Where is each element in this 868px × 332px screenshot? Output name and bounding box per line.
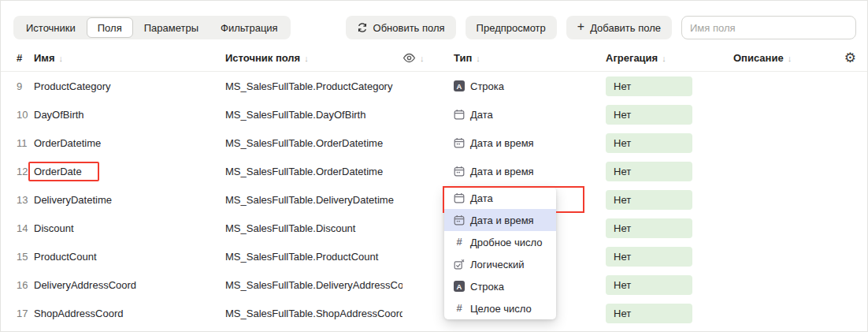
aggregation-badge: Нет xyxy=(606,105,692,125)
field-name-cell[interactable]: DeliveryAddressCoord xyxy=(34,279,225,291)
sort-arrow-icon: ↓ xyxy=(788,54,792,63)
field-source-cell: MS_SalesFullTable.DayOfBirth xyxy=(225,109,402,121)
type-option[interactable]: # Целое число xyxy=(444,297,556,319)
column-header-index: # xyxy=(17,52,34,64)
add-field-label: Добавить поле xyxy=(590,22,661,34)
refresh-icon xyxy=(357,22,368,33)
add-field-button[interactable]: + Добавить поле xyxy=(566,16,672,39)
field-aggregation-cell[interactable]: Нет xyxy=(606,162,733,181)
toolbar-actions: Обновить поля Предпросмотр + Добавить по… xyxy=(346,16,856,39)
column-header-aggregation[interactable]: Агрегация↓ xyxy=(606,52,733,64)
field-aggregation-cell[interactable]: Нет xyxy=(606,275,733,295)
column-header-name[interactable]: Имя↓ xyxy=(34,52,225,64)
preview-label: Предпросмотр xyxy=(477,22,546,34)
sort-arrow-icon: ↓ xyxy=(59,54,64,63)
type-option[interactable]: # Дробное число xyxy=(444,231,556,253)
sort-arrow-icon: ↓ xyxy=(476,54,480,63)
field-name-cell[interactable]: DeliveryDatetime xyxy=(34,194,225,206)
aggregation-badge: Нет xyxy=(606,162,692,181)
row-index: 11 xyxy=(17,137,34,149)
field-source-cell: MS_SalesFullTable.DeliveryDatetime xyxy=(225,194,402,206)
field-name-cell[interactable]: ProductCategory xyxy=(34,80,225,92)
table-row: 11 OrderDatetime MS_SalesFullTable.Order… xyxy=(1,129,867,157)
field-name-cell[interactable]: ProductCount xyxy=(34,251,225,263)
field-name-cell[interactable]: OrderDatetime xyxy=(34,137,225,149)
field-source-cell: MS_SalesFullTable.DeliveryAddressCoord xyxy=(225,279,402,291)
field-aggregation-cell[interactable]: Нет xyxy=(606,105,733,125)
table-header: # Имя↓ Источник поля↓ ↓ Тип↓ Агрегация↓ … xyxy=(1,45,867,72)
row-index: 17 xyxy=(17,308,34,319)
field-aggregation-cell[interactable]: Нет xyxy=(606,190,733,210)
field-type-cell[interactable]: Дата xyxy=(454,109,606,121)
type-option[interactable]: Логический xyxy=(444,253,556,275)
tab-sources[interactable]: Источники xyxy=(15,17,87,38)
type-option[interactable]: Дата и время xyxy=(444,209,556,231)
field-type-cell[interactable]: Дата и время xyxy=(454,137,606,149)
sort-arrow-icon: ↓ xyxy=(662,54,666,63)
row-index: 13 xyxy=(17,194,34,206)
type-icon xyxy=(454,166,465,177)
table-row: 16 DeliveryAddressCoord MS_SalesFullTabl… xyxy=(1,270,867,299)
column-header-type[interactable]: Тип↓ xyxy=(454,52,606,64)
type-option-icon xyxy=(454,259,465,270)
field-name-search-input[interactable] xyxy=(681,16,856,39)
type-icon xyxy=(454,137,465,148)
type-option-icon: A xyxy=(454,281,465,292)
field-name-cell[interactable]: ShopAddressCoord xyxy=(34,308,225,319)
field-aggregation-cell[interactable]: Нет xyxy=(606,247,733,267)
field-name-cell[interactable]: Discount xyxy=(34,222,225,234)
type-icon: A xyxy=(454,80,465,91)
field-source-cell: MS_SalesFullTable.ShopAddressCoord xyxy=(225,308,402,319)
refresh-fields-button[interactable]: Обновить поля xyxy=(346,16,456,39)
type-option-icon xyxy=(454,192,465,203)
column-header-description[interactable]: Описание↓ xyxy=(733,52,836,64)
table-row: 10 DayOfBirth MS_SalesFullTable.DayOfBir… xyxy=(1,100,867,129)
row-index: 9 xyxy=(17,80,34,92)
aggregation-badge: Нет xyxy=(606,190,692,210)
table-settings-gear-icon[interactable]: ⚙ xyxy=(844,50,867,66)
table-row: 17 ShopAddressCoord MS_SalesFullTable.Sh… xyxy=(1,299,867,327)
dataset-fields-editor: Источники Поля Параметры Фильтрация Обно… xyxy=(0,0,868,332)
field-type-cell[interactable]: A Строка xyxy=(454,80,606,92)
type-option-icon: # xyxy=(454,237,465,248)
aggregation-badge: Нет xyxy=(606,76,692,96)
field-name-cell[interactable]: DayOfBirth xyxy=(34,109,225,121)
field-source-cell: MS_SalesFullTable.Discount xyxy=(225,222,402,234)
field-source-cell: MS_SalesFullTable.ProductCount xyxy=(225,251,402,263)
aggregation-badge: Нет xyxy=(606,304,692,323)
type-icon xyxy=(454,109,465,120)
aggregation-badge: Нет xyxy=(606,218,692,238)
tab-fields[interactable]: Поля xyxy=(87,17,133,38)
column-header-visibility[interactable]: ↓ xyxy=(402,51,454,65)
table-row: 9 ProductCategory MS_SalesFullTable.Prod… xyxy=(1,72,867,100)
row-index: 10 xyxy=(17,109,34,121)
aggregation-badge: Нет xyxy=(606,133,692,153)
field-type-cell[interactable]: Дата и время xyxy=(454,166,606,177)
table-row: 14 Discount MS_SalesFullTable.Discount Н… xyxy=(1,214,867,242)
field-aggregation-cell[interactable]: Нет xyxy=(606,76,733,96)
sort-arrow-icon: ↓ xyxy=(420,54,425,63)
table-row: 15 ProductCount MS_SalesFullTable.Produc… xyxy=(1,242,867,270)
type-option[interactable]: Дата xyxy=(444,187,556,209)
aggregation-badge: Нет xyxy=(606,247,692,267)
eye-icon xyxy=(402,51,416,65)
tab-filtering[interactable]: Фильтрация xyxy=(210,17,289,38)
toolbar: Источники Поля Параметры Фильтрация Обно… xyxy=(1,1,867,45)
field-name-cell[interactable]: OrderDate xyxy=(34,162,225,181)
field-aggregation-cell[interactable]: Нет xyxy=(606,218,733,238)
aggregation-badge: Нет xyxy=(606,275,692,295)
field-aggregation-cell[interactable]: Нет xyxy=(606,133,733,153)
table-body: 9 ProductCategory MS_SalesFullTable.Prod… xyxy=(1,72,867,327)
column-header-source[interactable]: Источник поля↓ xyxy=(225,52,402,64)
type-option-icon xyxy=(454,214,465,226)
type-option[interactable]: A Строка xyxy=(444,275,556,297)
table-row: 13 DeliveryDatetime MS_SalesFullTable.De… xyxy=(1,185,867,214)
row-index: 15 xyxy=(17,251,34,263)
row-index: 14 xyxy=(17,222,34,234)
field-source-cell: MS_SalesFullTable.OrderDatetime xyxy=(225,137,402,149)
refresh-fields-label: Обновить поля xyxy=(373,22,445,34)
tab-parameters[interactable]: Параметры xyxy=(133,17,210,38)
field-aggregation-cell[interactable]: Нет xyxy=(606,304,733,323)
preview-button[interactable]: Предпросмотр xyxy=(466,16,557,39)
row-index: 16 xyxy=(17,279,34,291)
